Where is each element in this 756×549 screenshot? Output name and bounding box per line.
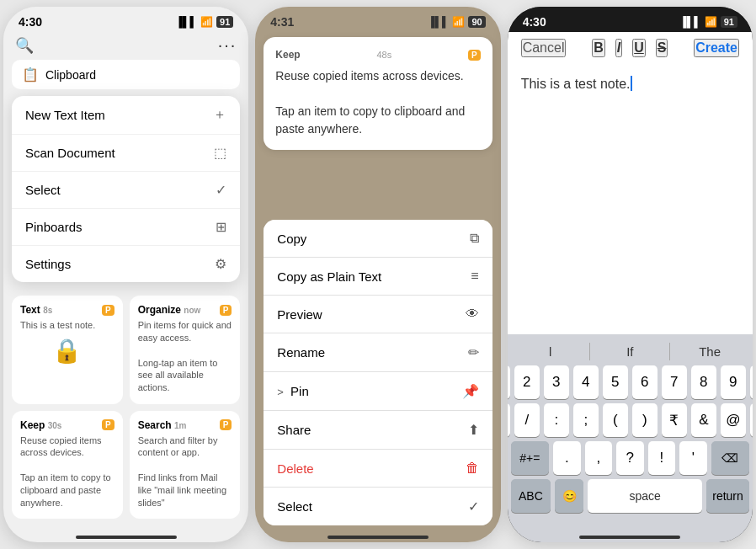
key-8[interactable]: 8: [691, 365, 716, 399]
card-organize[interactable]: Organize now P Pin items for quick and e…: [130, 296, 241, 404]
search-bar: 🔍 ···: [3, 32, 248, 60]
menu-pinboards-label: Pinboards: [25, 220, 83, 234]
key-period[interactable]: .: [553, 441, 580, 475]
key-2[interactable]: 2: [514, 365, 540, 399]
action-rename[interactable]: Rename ✏: [264, 333, 492, 372]
menu-select[interactable]: Select ✓: [12, 172, 240, 209]
action-select-label: Select: [277, 499, 312, 514]
phone-2: 4:31 ▐▌▌ 📶 90 Keep 48s P Reuse copied it…: [255, 7, 500, 542]
predict-if[interactable]: If: [590, 343, 670, 360]
check-circle-icon: ✓: [216, 182, 226, 198]
key-colon[interactable]: :: [544, 403, 569, 437]
key-3[interactable]: 3: [544, 365, 569, 399]
key-dash[interactable]: -: [508, 403, 510, 437]
space-key[interactable]: space: [588, 479, 702, 513]
key-apostrophe[interactable]: ': [679, 441, 706, 475]
menu-scan[interactable]: Scan Document ⬚: [12, 135, 240, 172]
action-copy-label: Copy: [277, 232, 306, 246]
search-left[interactable]: 🔍: [15, 36, 34, 55]
home-indicator-3: [508, 525, 753, 542]
card-text[interactable]: Text 8s P This is a test note. 🔒: [12, 296, 123, 404]
key-comma[interactable]: ,: [585, 441, 612, 475]
more-button[interactable]: ···: [218, 35, 237, 55]
action-rename-label: Rename: [277, 345, 325, 360]
key-question[interactable]: ?: [616, 441, 643, 475]
predict-l[interactable]: l: [511, 343, 591, 360]
editor-body[interactable]: This is a test note.: [508, 64, 753, 334]
key-5[interactable]: 5: [603, 365, 628, 399]
menu-settings[interactable]: Settings ⚙: [12, 246, 240, 282]
action-copy[interactable]: Copy ⧉: [264, 220, 492, 258]
time-3: 4:30: [523, 15, 546, 29]
grid-icon: ⊞: [216, 219, 226, 235]
action-copy-plain[interactable]: Copy as Plain Text ≡: [264, 258, 492, 296]
action-select[interactable]: Select ✓: [264, 488, 492, 525]
action-share[interactable]: Share ⬆: [264, 411, 492, 450]
key-exclaim[interactable]: !: [648, 441, 675, 475]
emoji-key[interactable]: 😊: [555, 479, 583, 513]
key-7[interactable]: 7: [662, 365, 687, 399]
clipboard-icon: 📋: [22, 67, 39, 83]
status-bar-1: 4:30 ▐▌▌ 📶 91: [3, 7, 248, 32]
keep-line1: Reuse copied items across devices.: [275, 69, 463, 83]
delete-key[interactable]: ⌫: [711, 441, 749, 475]
key-slash[interactable]: /: [514, 403, 540, 437]
create-button[interactable]: Create: [694, 39, 739, 57]
home-indicator-1: [3, 525, 248, 542]
predict-the[interactable]: The: [670, 343, 749, 360]
italic-button[interactable]: I: [615, 39, 622, 57]
signal-icon-2: ▐▌▌: [428, 16, 450, 28]
key-1[interactable]: 1: [508, 365, 510, 399]
key-hashplus[interactable]: #+=: [511, 441, 549, 475]
action-delete[interactable]: Delete 🗑: [264, 450, 492, 488]
phone-1: 4:30 ▐▌▌ 📶 91 🔍 ··· 📋 Clipboard New Text…: [3, 7, 248, 542]
card-search[interactable]: Search 1m P Search and filter by content…: [130, 411, 241, 520]
cards-grid: Text 8s P This is a test note. 🔒 Organiz…: [3, 289, 248, 525]
action-delete-label: Delete: [277, 461, 313, 476]
key-oparen[interactable]: (: [603, 403, 628, 437]
clipboard-bar[interactable]: 📋 Clipboard: [12, 60, 240, 89]
signal-icon: ▐▌▌: [176, 16, 198, 28]
underline-button[interactable]: U: [632, 39, 646, 57]
predictive-row: l If The: [511, 339, 749, 365]
action-pin[interactable]: > Pin 📌: [264, 372, 492, 411]
key-amp[interactable]: &: [691, 403, 716, 437]
key-9[interactable]: 9: [721, 365, 746, 399]
card-text-badge: P: [102, 305, 114, 316]
abc-key[interactable]: ABC: [511, 479, 551, 513]
card-search-title: Search 1m: [138, 419, 187, 431]
status-bar-2: 4:31 ▐▌▌ 📶 90: [255, 7, 500, 32]
bold-button[interactable]: B: [592, 39, 605, 57]
action-preview[interactable]: Preview 👁: [264, 296, 492, 333]
card-keep-header: Keep 30s P: [20, 419, 114, 431]
key-quote[interactable]: ": [750, 403, 753, 437]
select-check-icon: ✓: [468, 498, 479, 514]
key-rupee[interactable]: ₹: [662, 403, 687, 437]
action-share-label: Share: [277, 423, 311, 437]
scan-icon: ⬚: [214, 145, 226, 161]
time-1: 4:30: [19, 15, 42, 29]
card-keep[interactable]: Keep 30s P Reuse copied items across dev…: [12, 411, 123, 520]
status-bar-3: 4:30 ▐▌▌ 📶 91: [508, 7, 753, 32]
key-4[interactable]: 4: [573, 365, 599, 399]
return-key[interactable]: return: [706, 479, 749, 513]
keep-line2: Tap an item to copy to clipboard and pas…: [275, 104, 465, 136]
search-icon[interactable]: 🔍: [15, 36, 34, 55]
rename-icon: ✏: [468, 344, 479, 360]
kb-row-misc: #+= . , ? ! ' ⌫: [511, 441, 749, 475]
menu-new-text[interactable]: New Text Item ＋: [12, 96, 240, 135]
key-cparen[interactable]: ): [632, 403, 658, 437]
key-semi[interactable]: ;: [573, 403, 599, 437]
time-2: 4:31: [270, 15, 294, 29]
cancel-button[interactable]: Cancel: [521, 39, 567, 57]
trash-icon: 🗑: [466, 461, 479, 476]
keep-card[interactable]: Keep 48s P Reuse copied items across dev…: [264, 37, 492, 150]
key-at[interactable]: @: [721, 403, 746, 437]
home-bar-1: [76, 536, 177, 539]
menu-pinboards[interactable]: Pinboards ⊞: [12, 209, 240, 246]
key-6[interactable]: 6: [632, 365, 658, 399]
kb-row-symbols: - / : ; ( ) ₹ & @ ": [511, 403, 749, 437]
status-icons-1: ▐▌▌ 📶 91: [176, 16, 234, 28]
strikethrough-button[interactable]: S: [656, 39, 668, 57]
key-0[interactable]: 0: [750, 365, 753, 399]
